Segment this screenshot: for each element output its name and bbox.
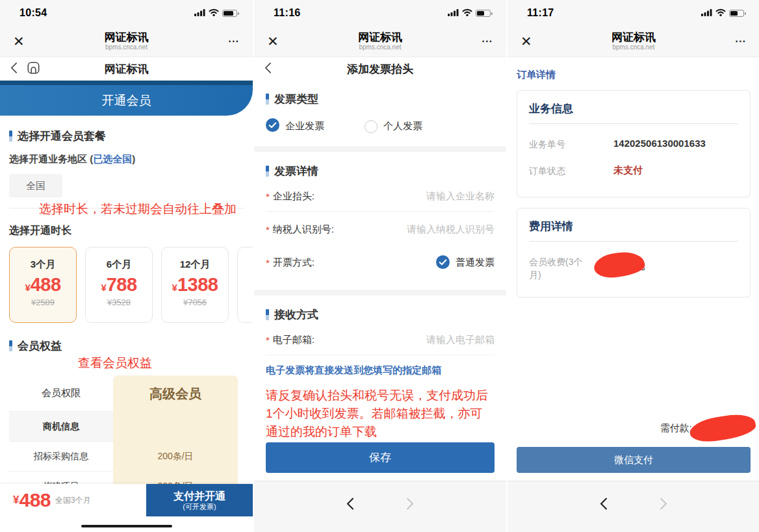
section-receive-method: 接收方式 xyxy=(266,307,495,322)
section-package: 选择开通会员套餐 xyxy=(9,129,244,144)
wechat-pay-button[interactable]: 微信支付 xyxy=(517,447,751,473)
table-row: 招标采购信息 200条/日 xyxy=(9,442,238,472)
tax-id-placeholder: 请输入纳税人识别号 xyxy=(407,223,495,236)
business-info-card: 业务信息 业务单号 14202506130001633 订单状态 未支付 xyxy=(517,90,751,197)
webview-header: ✕ 网证标讯 bpms.cnca.net ••• xyxy=(254,26,506,57)
webview-subtitle: bpms.cnca.net xyxy=(508,44,759,51)
page-nav: 添加发票抬头 xyxy=(254,57,506,81)
webview-title: 网证标讯 xyxy=(0,31,253,44)
save-button[interactable]: 保存 xyxy=(266,442,495,473)
fee-detail-card: 费用详情 会员收费(3个月) 元 xyxy=(517,208,751,298)
company-name-placeholder: 请输入企业名称 xyxy=(426,190,495,203)
invoice-method-field[interactable]: * 开票方式: 普通发票 xyxy=(266,247,495,278)
invoice-method-value: 普通发票 xyxy=(456,257,495,269)
page-nav: 网证标讯 xyxy=(0,57,253,81)
home-indicator xyxy=(81,525,172,527)
page-title: 网证标讯 xyxy=(0,62,253,77)
status-time: 10:54 xyxy=(19,7,47,19)
banner-top-strip xyxy=(0,81,253,85)
radio-company-invoice[interactable]: 企业发票 xyxy=(266,118,324,134)
section-marker xyxy=(266,166,269,177)
section-benefits: 会员权益 xyxy=(9,338,244,353)
cellular-signal-icon xyxy=(194,7,205,19)
section-divider-band xyxy=(254,146,506,152)
section-marker xyxy=(9,131,12,142)
webview-header: ✕ 网证标讯 bpms.cnca.net ••• xyxy=(0,26,253,57)
status-time: 11:16 xyxy=(274,7,301,19)
wifi-icon xyxy=(462,7,472,19)
amount-due-row: 需付款: xyxy=(660,416,756,440)
plan-card-partial[interactable] xyxy=(237,247,253,323)
company-name-field[interactable]: * 企业抬头: 请输入企业名称 xyxy=(266,181,495,212)
region-selected-link[interactable]: 已选全国 xyxy=(93,153,132,164)
panel-order-detail: 11:17 ✕ 网证标讯 bpms.cnca.net ••• 订单详情 业务信息… xyxy=(506,0,759,532)
browser-bottom-nav xyxy=(508,481,759,532)
more-menu-icon[interactable]: ••• xyxy=(482,38,493,45)
bottom-pay-bar: ¥ 488 全国3个月 支付并开通 (可开发票) xyxy=(0,484,253,516)
cellular-signal-icon xyxy=(448,7,459,19)
webview-title: 网证标讯 xyxy=(254,31,506,44)
webview-title-block: 网证标讯 bpms.cnca.net xyxy=(254,31,506,51)
panel-membership: 10:54 ✕ 网证标讯 bpms.cnca.net ••• 网证标讯 开通会员 xyxy=(0,0,253,532)
order-detail-title: 订单详情 xyxy=(517,69,751,81)
plan-summary: 全国3个月 xyxy=(55,495,91,506)
membership-fee-row: 会员收费(3个月) 元 xyxy=(529,255,738,281)
status-icons xyxy=(194,7,237,19)
three-screenshots-strip: 10:54 ✕ 网证标讯 bpms.cnca.net ••• 网证标讯 开通会员 xyxy=(0,0,759,532)
nav-forward-icon[interactable] xyxy=(660,497,667,532)
close-icon[interactable]: ✕ xyxy=(521,34,532,49)
section-marker xyxy=(9,340,12,351)
more-menu-icon[interactable]: ••• xyxy=(736,38,747,45)
webview-header: ✕ 网证标讯 bpms.cnca.net ••• xyxy=(508,26,759,57)
email-field[interactable]: * 电子邮箱: 请输入电子邮箱 xyxy=(266,325,495,355)
plan-card-3months[interactable]: 3个月 ¥488 ¥2589 xyxy=(9,247,77,323)
status-bar: 11:17 xyxy=(508,0,759,26)
webview-subtitle: bpms.cnca.net xyxy=(0,44,253,51)
plan-card-6months[interactable]: 6个月 ¥788 ¥3528 xyxy=(85,247,153,323)
close-icon[interactable]: ✕ xyxy=(267,34,279,49)
check-circle-icon xyxy=(266,118,279,134)
webview-subtitle: bpms.cnca.net xyxy=(254,44,506,51)
email-delivery-note: 电子发票将直接发送到您填写的指定邮箱 xyxy=(266,364,495,377)
webview-title-block: 网证标讯 bpms.cnca.net xyxy=(0,31,253,51)
open-membership-banner: 开通会员 xyxy=(0,85,253,116)
radio-empty-icon xyxy=(365,120,378,133)
cellular-signal-icon xyxy=(701,7,712,19)
redacted-amount-scribble xyxy=(688,411,757,445)
handwritten-annotation-duration: 选择时长，若未过期会自动往上叠加 xyxy=(39,201,244,218)
plan-card-12months[interactable]: 12个月 ¥1388 ¥7056 xyxy=(161,247,229,323)
wifi-icon xyxy=(715,7,726,19)
nav-back-icon[interactable] xyxy=(600,497,608,532)
section-invoice-detail: 发票详情 xyxy=(266,164,495,179)
order-status-badge: 未支付 xyxy=(613,164,643,177)
battery-icon xyxy=(222,10,237,17)
more-menu-icon[interactable]: ••• xyxy=(229,38,240,45)
table-row: 商机信息 xyxy=(9,412,238,442)
nav-back-icon[interactable] xyxy=(346,497,354,532)
browser-bottom-nav xyxy=(254,481,506,532)
tax-id-field[interactable]: * 纳税人识别号: 请输入纳税人识别号 xyxy=(266,214,495,245)
webview-title-block: 网证标讯 bpms.cnca.net xyxy=(508,31,759,51)
pay-and-activate-button[interactable]: 支付并开通 (可开发票) xyxy=(146,484,253,516)
region-nationwide-button[interactable]: 全国 xyxy=(9,174,62,197)
section-marker xyxy=(266,309,269,320)
close-icon[interactable]: ✕ xyxy=(13,34,25,49)
status-time: 11:17 xyxy=(527,7,554,19)
battery-icon xyxy=(476,10,491,17)
order-number-value: 14202506130001633 xyxy=(613,138,706,149)
invoice-type-radios: 企业发票 个人发票 xyxy=(266,118,495,134)
card-title: 费用详情 xyxy=(529,219,738,242)
order-number-row: 业务单号 14202506130001633 xyxy=(529,138,738,151)
status-icons xyxy=(701,7,744,19)
section-duration: 选择开通时长 xyxy=(9,224,244,238)
status-bar: 11:16 xyxy=(254,0,506,26)
nav-forward-icon[interactable] xyxy=(406,497,414,532)
webview-title: 网证标讯 xyxy=(508,31,759,44)
home-indicator-area xyxy=(0,516,253,532)
status-icons xyxy=(448,7,491,19)
section-invoice-type: 发票类型 xyxy=(266,92,495,107)
invoice-warning-note: 请反复确认抬头和税号无误，支付成功后1个小时收到发票。若邮箱被拦截，亦可通过的我… xyxy=(266,386,495,441)
battery-icon xyxy=(729,10,744,17)
radio-personal-invoice[interactable]: 个人发票 xyxy=(365,120,422,133)
plan-cards: 3个月 ¥488 ¥2589 6个月 ¥788 ¥3528 12个月 ¥1388… xyxy=(9,247,253,323)
